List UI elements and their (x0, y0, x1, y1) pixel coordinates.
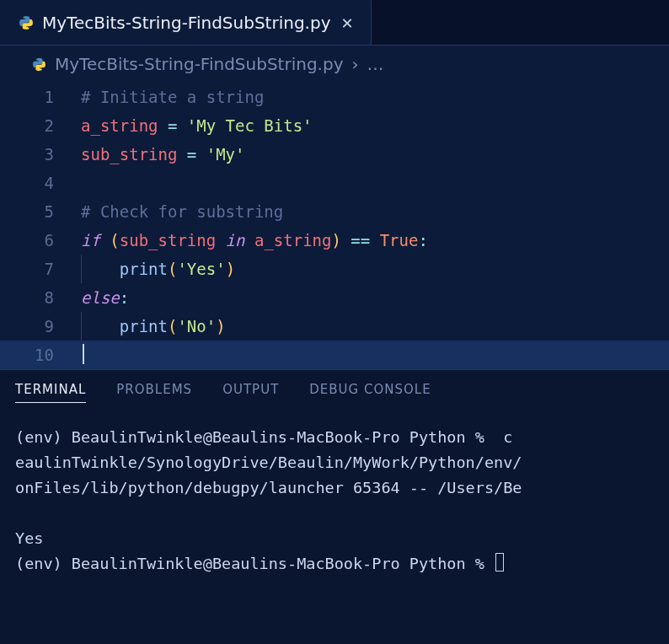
terminal-output[interactable]: (env) BeaulinTwinkle@Beaulins-MacBook-Pr… (0, 411, 669, 644)
code-line: 1 # Initiate a string (0, 83, 669, 111)
line-number: 3 (0, 140, 76, 169)
terminal-line: Yes (15, 529, 43, 547)
breadcrumb-ellipsis[interactable]: … (367, 54, 384, 74)
python-icon (19, 15, 34, 30)
line-number: 5 (0, 197, 76, 226)
tab-debug-console[interactable]: DEBUG CONSOLE (309, 382, 431, 403)
code-line: 4 (0, 169, 669, 197)
code-line: 5 # Check for substring (0, 197, 669, 226)
code-line: 6 if (sub_string in a_string) == True: (0, 226, 669, 255)
code-line: 8 else: (0, 283, 669, 312)
line-number: 2 (0, 111, 76, 140)
tab-output[interactable]: OUTPUT (222, 382, 279, 403)
bottom-panel: TERMINAL PROBLEMS OUTPUT DEBUG CONSOLE (… (0, 369, 669, 644)
code-line: 3 sub_string = 'My' (0, 140, 669, 169)
line-number: 6 (0, 226, 76, 255)
tab-title: MyTecBits-String-FindSubString.py (42, 13, 331, 33)
panel-tabbar: TERMINAL PROBLEMS OUTPUT DEBUG CONSOLE (0, 370, 669, 411)
python-icon (32, 57, 46, 72)
tab-terminal[interactable]: TERMINAL (15, 382, 86, 403)
vscode-window: MyTecBits-String-FindSubString.py ✕ MyTe… (0, 0, 669, 644)
terminal-prompt: (env) BeaulinTwinkle@Beaulins-MacBook-Pr… (15, 555, 494, 572)
line-number: 4 (0, 169, 76, 197)
tab-problems[interactable]: PROBLEMS (116, 382, 192, 403)
terminal-line: onFiles/lib/python/debugpy/launcher 6536… (15, 479, 522, 496)
code-line: 2 a_string = 'My Tec Bits' (0, 111, 669, 140)
editor-tabbar: MyTecBits-String-FindSubString.py ✕ (0, 0, 669, 46)
terminal-line: eaulinTwinkle/SynologyDrive/Beaulin/MyWo… (15, 453, 522, 471)
editor-tab[interactable]: MyTecBits-String-FindSubString.py ✕ (0, 0, 372, 45)
terminal-cursor (495, 553, 504, 572)
breadcrumb-file: MyTecBits-String-FindSubString.py (55, 54, 344, 74)
code-line: 10 (0, 341, 669, 369)
line-number: 10 (0, 341, 76, 369)
terminal-line: (env) BeaulinTwinkle@Beaulins-MacBook-Pr… (15, 428, 512, 446)
code-line: 9 print('No') (0, 312, 669, 341)
close-icon[interactable]: ✕ (340, 14, 356, 32)
line-number: 8 (0, 283, 76, 312)
editor-caret (83, 344, 84, 364)
line-number: 7 (0, 255, 76, 283)
code-editor[interactable]: 1 # Initiate a string 2 a_string = 'My T… (0, 83, 669, 369)
chevron-right-icon: › (352, 54, 359, 74)
line-number: 1 (0, 83, 76, 111)
breadcrumb[interactable]: MyTecBits-String-FindSubString.py › … (0, 46, 669, 83)
code-line: 7 print('Yes') (0, 255, 669, 283)
line-number: 9 (0, 312, 76, 341)
